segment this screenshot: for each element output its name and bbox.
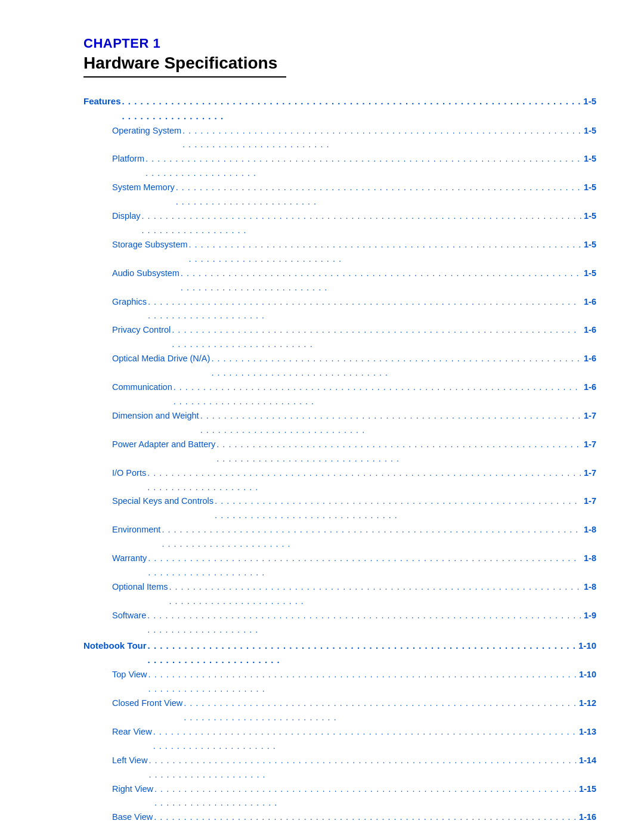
toc-page: 1-5 bbox=[584, 209, 596, 224]
toc-label: Features bbox=[83, 94, 121, 109]
toc-item[interactable]: Optical Media Drive (N/A). . . . . . . .… bbox=[83, 352, 596, 380]
toc-dots: . . . . . . . . . . . . . . . . . . . . … bbox=[199, 409, 584, 438]
toc-page: 1-7 bbox=[584, 438, 596, 452]
toc-item[interactable]: Storage Subsystem. . . . . . . . . . . .… bbox=[83, 238, 596, 267]
toc-dots: . . . . . . . . . . . . . . . . . . . . … bbox=[147, 295, 584, 324]
toc-dots: . . . . . . . . . . . . . . . . . . . . … bbox=[181, 124, 584, 153]
toc-label: Special Keys and Controls bbox=[112, 494, 213, 509]
toc-page: 1-7 bbox=[584, 409, 596, 423]
toc-page: 1-5 bbox=[584, 152, 596, 166]
toc-dots: . . . . . . . . . . . . . . . . . . . . … bbox=[182, 696, 579, 725]
toc-label: Top View bbox=[112, 668, 147, 682]
toc-item[interactable]: Display. . . . . . . . . . . . . . . . .… bbox=[83, 209, 596, 238]
toc-dots: . . . . . . . . . . . . . . . . . . . . … bbox=[153, 810, 579, 833]
toc-item[interactable]: Graphics. . . . . . . . . . . . . . . . … bbox=[83, 295, 596, 324]
toc-dots: . . . . . . . . . . . . . . . . . . . . … bbox=[168, 580, 584, 609]
toc-item[interactable]: Top View. . . . . . . . . . . . . . . . … bbox=[83, 668, 596, 696]
toc-dots: . . . . . . . . . . . . . . . . . . . . … bbox=[153, 782, 579, 811]
toc-page: 1-5 bbox=[584, 238, 596, 252]
chapter-underline bbox=[83, 76, 286, 78]
toc-page: 1-7 bbox=[584, 494, 596, 509]
toc-label: Dimension and Weight bbox=[112, 409, 199, 423]
toc-item[interactable]: I/O Ports. . . . . . . . . . . . . . . .… bbox=[83, 466, 596, 495]
toc-page: 1-12 bbox=[579, 696, 596, 711]
toc-dots: . . . . . . . . . . . . . . . . . . . . … bbox=[144, 152, 584, 181]
toc-dots: . . . . . . . . . . . . . . . . . . . . … bbox=[152, 725, 579, 754]
toc-item[interactable]: Special Keys and Controls. . . . . . . .… bbox=[83, 494, 596, 523]
toc-label: Graphics bbox=[112, 295, 147, 309]
chapter-header: CHAPTER 1 Hardware Specifications bbox=[83, 36, 596, 78]
toc-dots: . . . . . . . . . . . . . . . . . . . . … bbox=[160, 523, 584, 552]
toc-list: Features. . . . . . . . . . . . . . . . … bbox=[83, 94, 596, 833]
toc-page: 1-9 bbox=[584, 609, 596, 623]
toc-label: Audio Subsystem bbox=[112, 267, 179, 281]
toc-dots: . . . . . . . . . . . . . . . . . . . . … bbox=[179, 267, 584, 295]
toc-label: Privacy Control bbox=[112, 323, 171, 337]
toc-item[interactable]: Left View. . . . . . . . . . . . . . . .… bbox=[83, 754, 596, 782]
toc-page: 1-5 bbox=[584, 181, 596, 195]
toc-page: 1-8 bbox=[584, 552, 596, 566]
toc-page: 1-16 bbox=[579, 810, 596, 825]
toc-item[interactable]: Platform. . . . . . . . . . . . . . . . … bbox=[83, 152, 596, 181]
toc-item[interactable]: Environment. . . . . . . . . . . . . . .… bbox=[83, 523, 596, 552]
toc-page: 1-10 bbox=[578, 639, 596, 654]
toc-label: Platform bbox=[112, 152, 144, 166]
toc-item[interactable]: Warranty. . . . . . . . . . . . . . . . … bbox=[83, 552, 596, 580]
toc-dots: . . . . . . . . . . . . . . . . . . . . … bbox=[147, 552, 584, 580]
toc-page: 1-6 bbox=[584, 295, 596, 309]
toc-item[interactable]: Base View. . . . . . . . . . . . . . . .… bbox=[83, 810, 596, 833]
toc-dots: . . . . . . . . . . . . . . . . . . . . … bbox=[146, 466, 584, 495]
toc-dots: . . . . . . . . . . . . . . . . . . . . … bbox=[210, 352, 584, 380]
toc-page: 1-8 bbox=[584, 523, 596, 537]
toc-label: Warranty bbox=[112, 552, 147, 566]
toc-page: 1-6 bbox=[584, 323, 596, 337]
toc-item[interactable]: Operating System. . . . . . . . . . . . … bbox=[83, 124, 596, 153]
toc-label: Notebook Tour bbox=[83, 639, 147, 654]
toc-dots: . . . . . . . . . . . . . . . . . . . . … bbox=[147, 754, 579, 782]
toc-item[interactable]: Closed Front View. . . . . . . . . . . .… bbox=[83, 696, 596, 725]
toc-label: Optical Media Drive (N/A) bbox=[112, 352, 210, 366]
toc-label: System Memory bbox=[112, 181, 175, 195]
toc-dots: . . . . . . . . . . . . . . . . . . . . … bbox=[146, 609, 584, 637]
toc-dots: . . . . . . . . . . . . . . . . . . . . … bbox=[172, 380, 584, 409]
toc-dots: . . . . . . . . . . . . . . . . . . . . … bbox=[141, 209, 584, 238]
toc-item[interactable]: Power Adapter and Battery. . . . . . . .… bbox=[83, 438, 596, 466]
toc-label: Right View bbox=[112, 782, 153, 797]
toc-label: Closed Front View bbox=[112, 696, 182, 711]
toc-label: Storage Subsystem bbox=[112, 238, 188, 252]
toc-dots: . . . . . . . . . . . . . . . . . . . . … bbox=[147, 639, 578, 668]
toc-label: Left View bbox=[112, 754, 147, 768]
toc-page: 1-5 bbox=[584, 124, 596, 138]
toc-page: 1-14 bbox=[579, 754, 596, 768]
toc-item[interactable]: Notebook Tour. . . . . . . . . . . . . .… bbox=[83, 639, 596, 668]
toc-dots: . . . . . . . . . . . . . . . . . . . . … bbox=[147, 668, 579, 696]
toc-item[interactable]: System Memory. . . . . . . . . . . . . .… bbox=[83, 181, 596, 209]
toc-label: Software bbox=[112, 609, 146, 623]
toc-label: Rear View bbox=[112, 725, 152, 739]
toc-item[interactable]: Optional Items. . . . . . . . . . . . . … bbox=[83, 580, 596, 609]
toc-page: 1-7 bbox=[584, 466, 596, 481]
toc-item[interactable]: Communication. . . . . . . . . . . . . .… bbox=[83, 380, 596, 409]
toc-label: Display bbox=[112, 209, 141, 224]
toc-label: Power Adapter and Battery bbox=[112, 438, 215, 452]
toc-dots: . . . . . . . . . . . . . . . . . . . . … bbox=[121, 94, 584, 124]
toc-label: Environment bbox=[112, 523, 160, 537]
toc-dots: . . . . . . . . . . . . . . . . . . . . … bbox=[171, 323, 584, 352]
toc-dots: . . . . . . . . . . . . . . . . . . . . … bbox=[213, 494, 584, 523]
toc-item[interactable]: Right View. . . . . . . . . . . . . . . … bbox=[83, 782, 596, 811]
toc-label: Optional Items bbox=[112, 580, 168, 594]
toc-item[interactable]: Audio Subsystem. . . . . . . . . . . . .… bbox=[83, 267, 596, 295]
toc-page: 1-5 bbox=[583, 94, 596, 109]
toc-dots: . . . . . . . . . . . . . . . . . . . . … bbox=[215, 438, 584, 466]
toc-item[interactable]: Dimension and Weight. . . . . . . . . . … bbox=[83, 409, 596, 438]
toc-dots: . . . . . . . . . . . . . . . . . . . . … bbox=[188, 238, 584, 267]
toc-item[interactable]: Software. . . . . . . . . . . . . . . . … bbox=[83, 609, 596, 637]
chapter-label: CHAPTER 1 bbox=[83, 36, 596, 51]
toc-page: 1-15 bbox=[579, 782, 596, 797]
toc-label: Base View bbox=[112, 810, 153, 825]
toc-item[interactable]: Rear View. . . . . . . . . . . . . . . .… bbox=[83, 725, 596, 754]
toc-item[interactable]: Features. . . . . . . . . . . . . . . . … bbox=[83, 94, 596, 124]
toc-item[interactable]: Privacy Control. . . . . . . . . . . . .… bbox=[83, 323, 596, 352]
toc-page: 1-5 bbox=[584, 267, 596, 281]
toc-page: 1-10 bbox=[579, 668, 596, 682]
